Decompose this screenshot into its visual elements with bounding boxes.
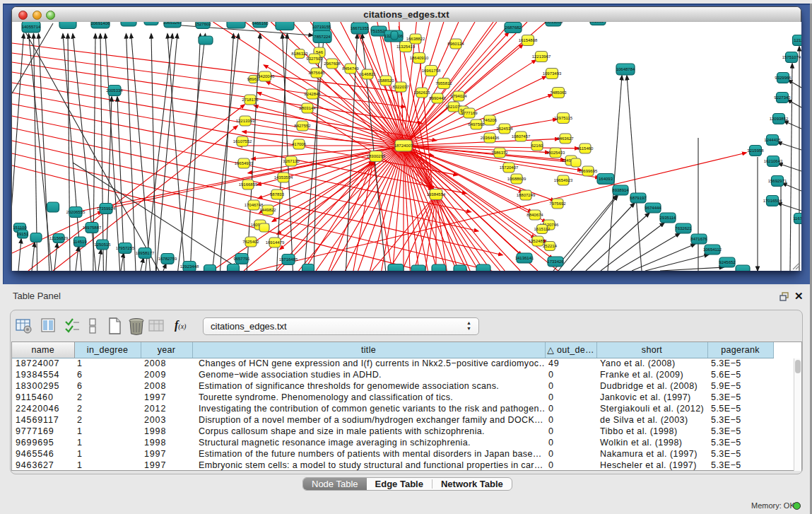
svg-text:8840674: 8840674 (526, 213, 543, 217)
svg-text:20206555: 20206555 (66, 210, 86, 214)
svg-text:12093852: 12093852 (770, 117, 789, 121)
svg-text:10807457: 10807457 (512, 134, 531, 139)
svg-text:8813054: 8813054 (589, 22, 606, 23)
svg-text:252214: 252214 (543, 244, 558, 248)
svg-text:3267130: 3267130 (283, 159, 300, 163)
svg-text:3215958: 3215958 (747, 148, 764, 153)
svg-text:9242845: 9242845 (304, 92, 321, 96)
svg-text:1615112: 1615112 (534, 227, 551, 231)
svg-text:12975115: 12975115 (554, 116, 573, 120)
svg-text:20364436: 20364436 (481, 136, 500, 140)
svg-text:10688609: 10688609 (507, 177, 526, 181)
svg-text:19166855: 19166855 (239, 182, 258, 187)
svg-text:12213967: 12213967 (532, 54, 551, 59)
svg-text:9674444: 9674444 (645, 206, 661, 210)
svg-text:19384554: 19384554 (427, 192, 446, 197)
svg-text:1244415: 1244415 (764, 138, 781, 142)
svg-text:14353594: 14353594 (274, 175, 293, 180)
svg-text:8427552: 8427552 (294, 124, 311, 128)
svg-text:18724007: 18724007 (394, 144, 413, 148)
svg-text:9329966: 9329966 (775, 76, 792, 80)
svg-text:10653267: 10653267 (163, 22, 182, 25)
svg-text:15716485: 15716485 (279, 257, 298, 262)
svg-text:9115460: 9115460 (577, 146, 594, 151)
svg-text:2687682: 2687682 (505, 25, 522, 30)
svg-text:8186323: 8186323 (291, 52, 308, 56)
svg-text:10654112: 10654112 (703, 247, 722, 252)
svg-text:11325419: 11325419 (396, 45, 416, 49)
svg-text:3624534: 3624534 (496, 127, 513, 131)
svg-text:9657791: 9657791 (233, 257, 250, 261)
svg-text:15720407: 15720407 (500, 165, 519, 170)
svg-text:19654923: 19654923 (554, 178, 573, 182)
svg-text:16154808: 16154808 (519, 38, 538, 42)
svg-text:16210643: 16210643 (764, 159, 783, 163)
svg-text:10025433: 10025433 (546, 151, 565, 155)
svg-text:6794024: 6794024 (450, 94, 467, 98)
svg-text:16961758: 16961758 (422, 69, 441, 73)
svg-text:2718176: 2718176 (242, 98, 259, 102)
svg-text:8990443: 8990443 (429, 96, 446, 100)
svg-text:746206: 746206 (483, 118, 498, 122)
svg-text:18300295: 18300295 (367, 154, 386, 158)
svg-text:3875645: 3875645 (308, 71, 325, 75)
svg-text:1733426: 1733426 (547, 259, 564, 264)
svg-text:10699695: 10699695 (579, 169, 598, 173)
svg-text:9146821: 9146821 (359, 72, 376, 76)
svg-text:417006: 417006 (292, 142, 307, 146)
svg-text:8454749: 8454749 (342, 66, 359, 71)
svg-text:10648784: 10648784 (616, 67, 635, 71)
svg-text:1527602: 1527602 (194, 22, 211, 26)
svg-text:20691406: 20691406 (91, 22, 110, 25)
svg-text:164093: 164093 (599, 177, 613, 181)
svg-text:16033809: 16033809 (544, 22, 563, 24)
svg-text:16638822: 16638822 (406, 37, 425, 41)
svg-text:16107552: 16107552 (233, 139, 252, 144)
svg-text:114519: 114519 (73, 240, 87, 244)
svg-text:6466160: 6466160 (252, 22, 269, 25)
svg-text:14055714: 14055714 (22, 25, 41, 29)
svg-text:12213393: 12213393 (236, 119, 255, 123)
svg-text:17046748: 17046748 (245, 203, 264, 207)
svg-text:16671355: 16671355 (351, 26, 370, 30)
svg-text:39151: 39151 (17, 232, 29, 236)
svg-text:17359924: 17359924 (97, 206, 116, 211)
svg-text:6497568: 6497568 (468, 122, 485, 127)
svg-text:2005334: 2005334 (106, 88, 123, 93)
svg-text:6879197: 6879197 (630, 196, 647, 200)
svg-text:62160: 62160 (531, 144, 543, 148)
svg-text:17957255: 17957255 (116, 246, 135, 250)
svg-text:10958177: 10958177 (136, 251, 155, 255)
svg-text:7986372: 7986372 (491, 151, 508, 155)
svg-text:18807249: 18807249 (517, 193, 536, 197)
svg-text:7955812: 7955812 (435, 81, 452, 86)
svg-text:10719155: 10719155 (312, 25, 331, 29)
svg-text:15692971: 15692971 (768, 179, 787, 183)
svg-text:7857224: 7857224 (314, 35, 331, 39)
svg-text:12156829: 12156829 (49, 236, 69, 240)
svg-text:19654933: 19654933 (235, 161, 254, 165)
svg-text:116753: 116753 (793, 216, 801, 221)
svg-text:1362615: 1362615 (413, 90, 430, 95)
svg-text:2803144: 2803144 (299, 106, 316, 110)
svg-text:8322037: 8322037 (392, 85, 409, 89)
svg-text:98961: 98961 (247, 77, 259, 81)
svg-text:10973493: 10973493 (543, 71, 562, 76)
svg-text:9327503: 9327503 (306, 57, 323, 61)
svg-text:14136141: 14136141 (515, 256, 534, 260)
svg-text:2967608: 2967608 (324, 62, 341, 66)
svg-text:9245652: 9245652 (719, 260, 736, 264)
svg-text:1588520: 1588520 (377, 78, 394, 83)
svg-text:15751074: 15751074 (782, 55, 801, 59)
svg-text:18640910: 18640910 (410, 56, 429, 60)
svg-text:16782759: 16782759 (158, 257, 177, 261)
svg-text:7485063: 7485063 (550, 90, 567, 95)
svg-text:1449822: 1449822 (259, 208, 276, 212)
svg-text:587833: 587833 (270, 192, 285, 197)
svg-text:8938914: 8938914 (612, 188, 629, 192)
svg-text:1250515: 1250515 (94, 243, 111, 247)
svg-text:7632621: 7632621 (675, 226, 692, 230)
svg-text:9777169: 9777169 (461, 111, 478, 115)
svg-text:16914479: 16914479 (266, 240, 285, 245)
svg-text:17016504: 17016504 (763, 199, 782, 203)
